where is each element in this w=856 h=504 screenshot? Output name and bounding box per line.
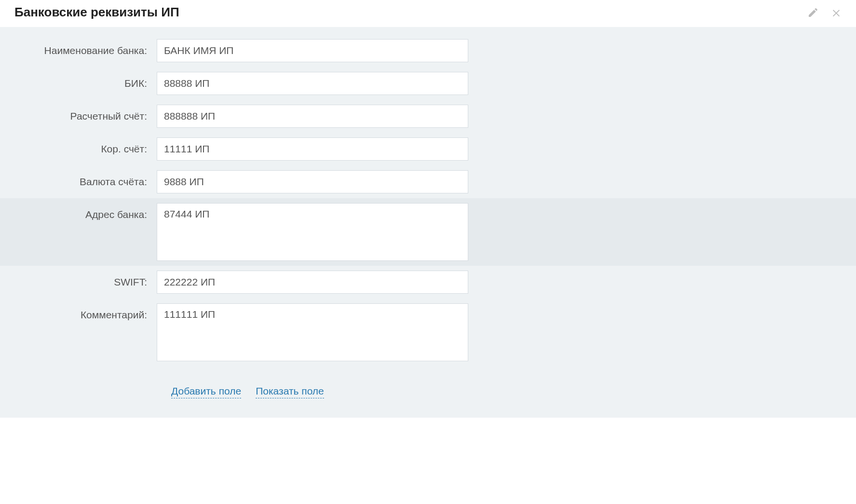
input-account[interactable] bbox=[157, 105, 468, 128]
header-actions bbox=[807, 7, 842, 18]
input-currency[interactable] bbox=[157, 170, 468, 193]
show-field-link[interactable]: Показать поле bbox=[256, 385, 324, 398]
row-currency: Валюта счёта: bbox=[0, 165, 856, 198]
input-corr-account[interactable] bbox=[157, 137, 468, 161]
input-bank-address[interactable] bbox=[157, 203, 468, 261]
label-bank-address: Адрес банка: bbox=[14, 203, 157, 220]
section-header: Банковские реквизиты ИП bbox=[0, 0, 856, 27]
label-bank-name: Наименование банка: bbox=[14, 39, 157, 56]
input-comment[interactable] bbox=[157, 303, 468, 361]
label-corr-account: Кор. счёт: bbox=[14, 137, 157, 155]
label-currency: Валюта счёта: bbox=[14, 170, 157, 188]
row-swift: SWIFT: bbox=[0, 266, 856, 299]
actions-spacer bbox=[14, 385, 171, 398]
input-bic[interactable] bbox=[157, 72, 468, 95]
actions-links: Добавить поле Показать поле bbox=[171, 385, 324, 398]
form-area: Наименование банка: БИК: Расчетный счёт:… bbox=[0, 27, 856, 418]
actions-row: Добавить поле Показать поле bbox=[0, 366, 856, 403]
row-bic: БИК: bbox=[0, 67, 856, 100]
edit-icon[interactable] bbox=[807, 7, 819, 18]
label-bic: БИК: bbox=[14, 72, 157, 89]
label-swift: SWIFT: bbox=[14, 271, 157, 288]
label-comment: Комментарий: bbox=[14, 303, 157, 321]
input-swift[interactable] bbox=[157, 271, 468, 294]
row-corr-account: Кор. счёт: bbox=[0, 133, 856, 165]
add-field-link[interactable]: Добавить поле bbox=[171, 385, 241, 398]
row-bank-address: Адрес банка: bbox=[0, 198, 856, 266]
label-account: Расчетный счёт: bbox=[14, 105, 157, 122]
row-account: Расчетный счёт: bbox=[0, 100, 856, 133]
row-bank-name: Наименование банка: bbox=[0, 34, 856, 67]
close-icon[interactable] bbox=[831, 7, 842, 18]
row-comment: Комментарий: bbox=[0, 299, 856, 366]
page-title: Банковские реквизиты ИП bbox=[14, 5, 179, 20]
input-bank-name[interactable] bbox=[157, 39, 468, 62]
